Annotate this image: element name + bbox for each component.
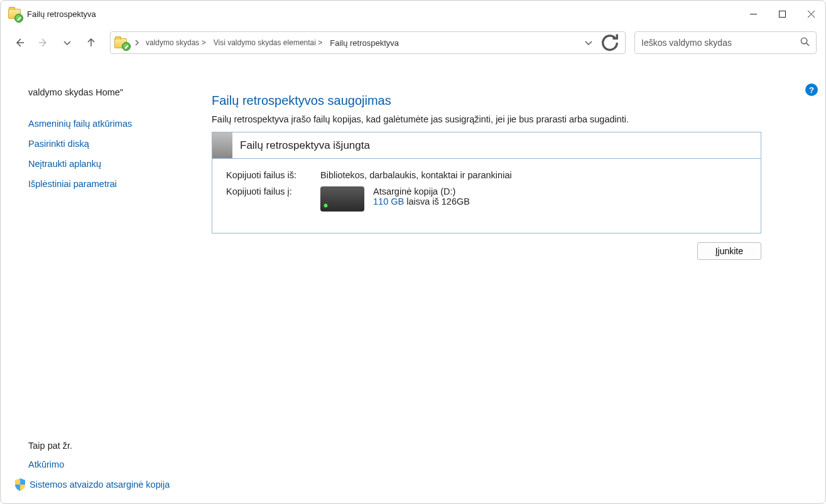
search-icon: [800, 37, 810, 49]
see-also-system-image[interactable]: Sistemos atvaizdo atsarginė kopija: [14, 478, 190, 491]
address-dropdown[interactable]: [579, 33, 599, 53]
drive-free-space: 110 GB: [373, 196, 404, 206]
navbar: valdymo skydas > Visi valdymo skydas ele…: [1, 27, 825, 58]
see-also-title: Taip pat žr.: [14, 441, 190, 451]
breadcrumb-current[interactable]: Failų retrospektyva: [326, 36, 403, 50]
drive-space-tail: laisva iš 126GB: [404, 196, 470, 206]
drive-space: 110 GB laisva iš 126GB: [373, 196, 470, 206]
sidebar-link-select-drive[interactable]: Pasirinkti diską: [14, 139, 190, 149]
see-also-system-image-label: Sistemos atvaizdo atsarginė kopija: [30, 480, 170, 490]
status-box: Failų retrospektyva išjungta Kopijuoti f…: [212, 132, 761, 233]
drive-name: Atsarginė kopija (D:): [373, 186, 470, 196]
minimize-button[interactable]: [739, 4, 768, 24]
chevron-right-icon: [132, 38, 142, 48]
page-description: Failų retrospektyva įrašo failų kopijas,…: [212, 114, 761, 124]
page-heading: Failų retrospektyvos saugojimas: [212, 94, 761, 108]
drive-icon: [320, 186, 364, 212]
status-title: Failų retrospektyva išjungta: [232, 139, 370, 152]
sidebar: valdymo skydas Home" Asmeninių failų atk…: [14, 71, 190, 503]
address-bar[interactable]: valdymo skydas > Visi valdymo skydas ele…: [110, 31, 626, 54]
help-button[interactable]: ?: [805, 83, 818, 96]
address-icon: [114, 37, 128, 48]
copy-from-label: Kopijuoti failus iš:: [226, 170, 320, 180]
breadcrumb-all-items[interactable]: Visi valdymo skydas elementai >: [210, 36, 327, 50]
maximize-button[interactable]: [768, 4, 796, 24]
svg-line-5: [807, 43, 809, 45]
status-indicator: [212, 132, 232, 158]
content: valdymo skydas Home" Asmeninių failų atk…: [1, 58, 825, 503]
sidebar-link-exclude[interactable]: Neįtraukti aplankų: [14, 159, 190, 169]
recent-dropdown[interactable]: [57, 33, 77, 53]
status-header: Failų retrospektyva išjungta: [212, 132, 761, 159]
refresh-button[interactable]: [599, 31, 621, 54]
main-panel: Failų retrospektyvos saugojimas Failų re…: [190, 71, 812, 503]
close-button[interactable]: [796, 4, 825, 24]
shield-icon: [14, 478, 26, 491]
sidebar-link-restore[interactable]: Asmeninių failų atkūrimas: [14, 119, 190, 129]
up-button[interactable]: [81, 33, 101, 53]
window-title: Failų retrospektyva: [27, 9, 96, 19]
svg-point-4: [801, 38, 807, 43]
see-also-recovery[interactable]: Atkūrimo: [14, 459, 190, 469]
copy-to-label: Kopijuoti failus į:: [226, 186, 320, 196]
copy-from-value: Bibliotekos, darbalaukis, kontaktai ir p…: [320, 170, 512, 180]
search-box[interactable]: [634, 31, 817, 54]
forward-button[interactable]: [33, 33, 53, 53]
search-input[interactable]: [641, 38, 800, 48]
window-controls: [739, 4, 825, 24]
enable-button[interactable]: Įjunkite: [697, 242, 761, 260]
back-button[interactable]: [9, 33, 30, 53]
sidebar-link-advanced[interactable]: Išplėstiniai parametrai: [14, 179, 190, 189]
app-icon: [8, 8, 21, 20]
titlebar: Failų retrospektyva: [1, 1, 825, 27]
svg-rect-1: [779, 11, 785, 17]
sidebar-home[interactable]: valdymo skydas Home": [14, 87, 190, 97]
breadcrumb-control-panel[interactable]: valdymo skydas >: [142, 36, 210, 50]
